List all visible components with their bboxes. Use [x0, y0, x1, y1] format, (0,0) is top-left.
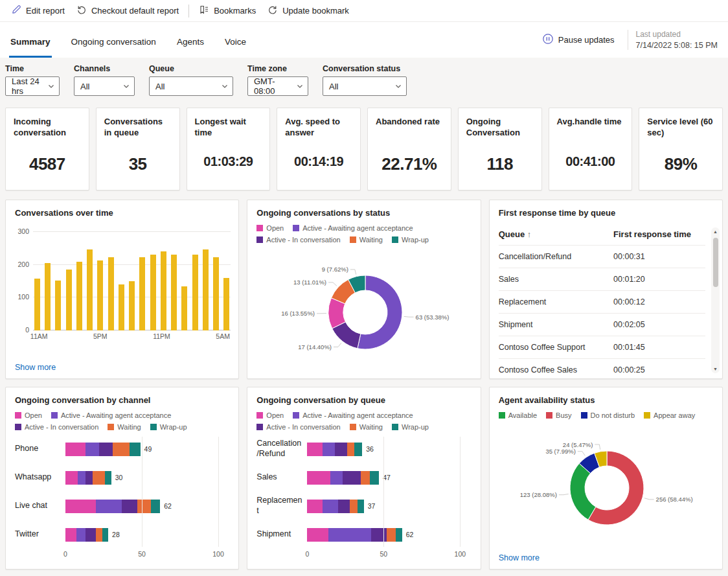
show-more-link[interactable]: Show more: [15, 363, 56, 372]
legend-label: Waiting: [359, 236, 383, 244]
update-bookmark-button[interactable]: Update bookmark: [262, 1, 355, 20]
channels-dropdown[interactable]: All: [74, 76, 135, 96]
show-more-link[interactable]: Show more: [499, 553, 540, 562]
kpi-card-avg-handle-time: Avg.handle time00:41:00: [549, 108, 633, 190]
bar-track: [65, 500, 160, 513]
bar: [55, 281, 61, 330]
ongoing-by-queue-chart: Cancellation/​Refund36Sales47Replacement…: [256, 435, 473, 560]
bar-segment-open: [307, 528, 328, 542]
edit-report-label: Edit report: [26, 6, 65, 16]
label-leader-line: [644, 498, 654, 499]
bar-segment-open: [65, 443, 85, 456]
legend-label: Busy: [556, 411, 571, 419]
table-row: Contoso Coffee Sales00:00:25: [499, 359, 705, 373]
category-label: Replacement: [256, 496, 307, 516]
bar-segment-wrap-up: [396, 528, 402, 542]
ongoing-by-status-donut: 63 (53.38%)17 (14.40%)16 (13.55%)13 (11.…: [247, 244, 480, 378]
category-label: Cancellation/​Refund: [256, 439, 307, 459]
column-header-queue[interactable]: Queue ↑: [499, 229, 613, 239]
ongoing_by_status-svg: 63 (53.38%)17 (14.40%)16 (13.55%)13 (11.…: [254, 251, 474, 371]
scroll-up-arrow[interactable]: ▲: [713, 229, 718, 234]
bar-segment-wrap-up: [370, 471, 379, 485]
legend-swatch: [392, 236, 398, 243]
bar-segment-open: [307, 500, 323, 513]
legend-item-wrap-up: Wrap-up: [392, 236, 429, 244]
card-ongoing-by-queue: Ongoing conversation by queue OpenActive…: [247, 387, 481, 570]
conversations-over-time-chart: 010020030011AM5PM11PM5AM: [6, 223, 238, 344]
donut-slice-label: 24 (5.47%): [563, 441, 593, 448]
donut-slice-label: 17 (14.40%): [298, 343, 332, 351]
bar-segment-open: [65, 471, 78, 485]
bar: [139, 257, 145, 330]
donut-slice-label: 35 (7.99%): [546, 448, 576, 455]
table-scrollbar-thumb[interactable]: [713, 238, 718, 287]
legend-item-waiting: Waiting: [350, 236, 383, 244]
stacked-bar-rows: Cancellation/​Refund36Sales47Replacement…: [256, 435, 473, 549]
bar-track: [307, 500, 363, 513]
time-zone-dropdown[interactable]: GMT-08:00: [247, 76, 308, 96]
x-axis: 050100: [256, 550, 473, 560]
tab-summary[interactable]: Summary: [9, 26, 52, 58]
response-time-cell: 00:01:20: [613, 275, 705, 284]
kpi-label: Service level (60 sec): [647, 117, 714, 140]
bar-total-label: 30: [115, 474, 123, 481]
dropdown-value: Last 24 hrs: [12, 76, 47, 96]
legend-swatch: [108, 424, 114, 430]
card-title: Ongoing conversation by channel: [6, 387, 238, 410]
edit-report-button[interactable]: Edit report: [5, 1, 71, 20]
queue-dropdown[interactable]: All: [149, 76, 233, 96]
label-leader-line: [350, 270, 356, 275]
scroll-down-arrow[interactable]: ▼: [713, 367, 718, 371]
bar-total-label: 28: [112, 531, 120, 538]
y-axis-label: 300: [10, 227, 29, 235]
conversation-status-dropdown[interactable]: All: [323, 76, 407, 96]
time-dropdown[interactable]: Last 24 hrs: [5, 76, 60, 96]
filter-channels: ChannelsAll: [74, 64, 135, 96]
legend-label: Available: [508, 411, 537, 419]
bar-track: [65, 528, 108, 542]
card-title: Agent availability status: [490, 387, 722, 410]
dropdown-value: GMT-08:00: [254, 76, 296, 96]
bar-segment-wrap-up: [105, 471, 111, 485]
legend-swatch: [644, 412, 650, 419]
legend-item-wrap-up: Wrap-up: [150, 423, 187, 431]
legend-label: Active - In conversation: [266, 236, 340, 244]
bar-segment-open: [307, 471, 330, 485]
bar: [161, 251, 166, 330]
legend-swatch: [256, 424, 263, 430]
legend-label: Wrap-up: [402, 423, 429, 431]
queue-cell: Shipment: [499, 320, 613, 329]
dashboard-grid: Conversations over time 010020030011AM5P…: [0, 190, 728, 575]
tab-agents[interactable]: Agents: [176, 26, 205, 58]
bar-segment-wrap-up: [151, 500, 160, 513]
kpi-label: Ongoing Conversation: [466, 117, 534, 140]
bookmarks-button[interactable]: Bookmarks: [193, 1, 262, 20]
bar-segment-active-awaiting-agent-acceptance: [328, 528, 371, 542]
tab-bar-right: Pause updates Last updated 7/14/2022 5:0…: [538, 30, 718, 50]
legend-swatch: [256, 412, 263, 419]
bar-segment-active-in-conversation: [335, 443, 347, 456]
bar-segment-active-awaiting-agent-acceptance: [323, 500, 338, 513]
tab-voice[interactable]: Voice: [223, 26, 247, 58]
table-scrollbar[interactable]: ▲ ▼: [711, 227, 720, 373]
card-title: First response time by queue: [490, 200, 722, 223]
response-time-cell: 00:00:31: [613, 252, 705, 261]
tab-ongoing-conversation[interactable]: Ongoing conversation: [70, 26, 157, 58]
checkout-default-report-button[interactable]: Checkout default report: [71, 1, 185, 20]
bar: [76, 262, 82, 330]
first-response-time-table: Queue ↑First response timeCancellation/R…: [499, 223, 705, 373]
column-header-first-response-time[interactable]: First response time: [613, 229, 705, 239]
category-label: Twitter: [15, 529, 65, 540]
agent_availability-svg: 256 (58.44%)123 (28.08%)35 (7.99%)24 (5.…: [495, 427, 716, 546]
bar: [87, 249, 93, 330]
bar-segment-wrap-up: [102, 528, 108, 542]
x-axis-label: 100: [455, 550, 466, 558]
pause-updates-button[interactable]: Pause updates: [538, 30, 619, 49]
legend-label: Wrap-up: [402, 236, 429, 244]
bar-segment-wrap-up: [358, 500, 363, 513]
status-legend: OpenActive - Awaiting agent acceptanceAc…: [6, 410, 223, 431]
bar-segment-open: [307, 443, 323, 456]
legend-swatch: [350, 424, 356, 430]
bar-total-label: 62: [164, 502, 172, 510]
checkout-default-report-label: Checkout default report: [91, 6, 179, 16]
